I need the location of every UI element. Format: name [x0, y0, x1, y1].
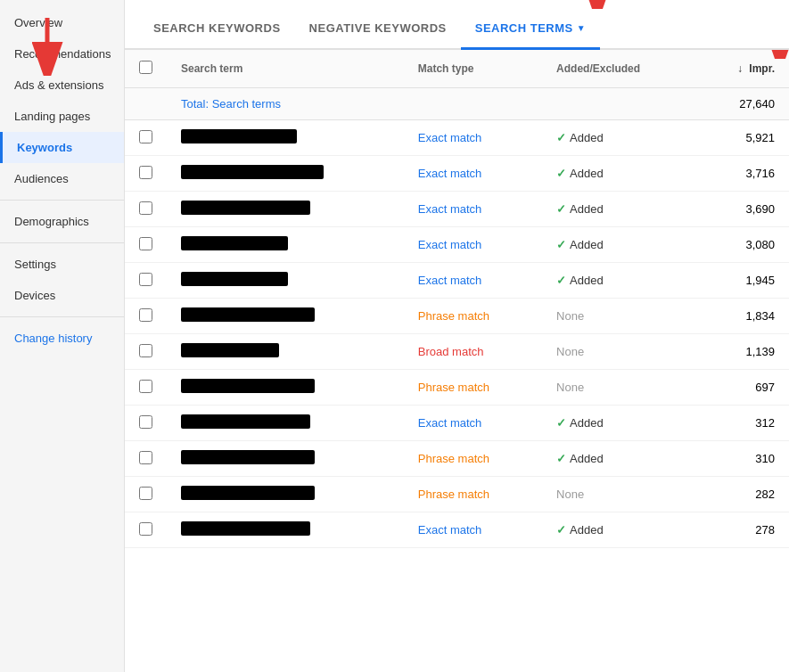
row-checkbox-cell [125, 512, 167, 548]
row-checkbox[interactable] [139, 237, 152, 250]
search-terms-table: Search term Match type Added/Excluded [125, 50, 789, 548]
row-match-type: Phrase match [404, 441, 542, 477]
table-row: Broad matchNone1,139 [125, 334, 789, 370]
sidebar-item-demographics[interactable]: Demographics [0, 206, 124, 237]
sidebar-item-ads-extensions[interactable]: Ads & extensions [0, 70, 124, 101]
row-added-excluded: ✓ Added [542, 441, 697, 477]
row-impr: 697 [698, 370, 790, 406]
row-checkbox-cell [125, 299, 167, 334]
table-row: Exact match✓ Added5,921 [125, 120, 789, 156]
main-content: SEARCH KEYWORDS NEGATIVE KEYWORDS SEARCH… [125, 0, 789, 672]
row-checkbox[interactable] [139, 344, 152, 357]
red-arrow-search-terms [562, 0, 633, 9]
row-checkbox-cell [125, 227, 167, 263]
total-added-cell [542, 88, 697, 120]
select-all-checkbox[interactable] [139, 61, 152, 74]
header-impr[interactable]: ↓ Impr. [698, 50, 790, 88]
table-row: Phrase matchNone282 [125, 477, 789, 512]
tab-negative-keywords[interactable]: NEGATIVE KEYWORDS [295, 7, 461, 50]
total-checkbox-cell [125, 88, 167, 120]
table-area: Search term Match type Added/Excluded [125, 50, 789, 672]
row-match-type: Phrase match [404, 370, 542, 406]
row-match-type: Phrase match [404, 477, 542, 512]
header-checkbox[interactable] [125, 50, 167, 88]
row-impr: 1,834 [698, 299, 790, 334]
row-impr: 310 [698, 441, 790, 477]
row-added-excluded: ✓ Added [542, 156, 697, 192]
row-checkbox-cell [125, 263, 167, 299]
sidebar-item-keywords[interactable]: Keywords [0, 132, 124, 163]
row-checkbox[interactable] [139, 273, 152, 286]
row-match-type: Exact match [404, 263, 542, 299]
row-checkbox[interactable] [139, 487, 152, 500]
row-checkbox-cell [125, 334, 167, 370]
row-checkbox[interactable] [139, 380, 152, 393]
row-added-excluded: ✓ Added [542, 192, 697, 227]
sidebar-divider [0, 200, 124, 201]
sidebar-item-change-history[interactable]: Change history [0, 323, 124, 354]
row-checkbox[interactable] [139, 415, 152, 429]
table-row: Exact match✓ Added312 [125, 406, 789, 441]
row-search-term [167, 156, 404, 192]
row-added-excluded: None [542, 299, 697, 334]
row-checkbox[interactable] [139, 522, 152, 536]
row-added-excluded: None [542, 370, 697, 406]
row-checkbox[interactable] [139, 451, 152, 464]
row-checkbox[interactable] [139, 130, 152, 143]
row-checkbox-cell [125, 406, 167, 441]
row-impr: 3,690 [698, 192, 790, 227]
row-search-term [167, 120, 404, 156]
row-search-term [167, 441, 404, 477]
total-label-cell: Total: Search terms [167, 88, 404, 120]
tab-dropdown-icon: ▼ [577, 23, 586, 33]
row-search-term [167, 512, 404, 548]
total-match-cell [404, 88, 542, 120]
sidebar-item-devices[interactable]: Devices [0, 280, 124, 311]
sidebar-divider-2 [0, 242, 124, 243]
row-checkbox-cell [125, 477, 167, 512]
row-added-excluded: ✓ Added [542, 406, 697, 441]
row-impr: 278 [698, 512, 790, 548]
row-match-type: Exact match [404, 156, 542, 192]
row-added-excluded: ✓ Added [542, 227, 697, 263]
row-search-term [167, 370, 404, 406]
row-added-excluded: None [542, 477, 697, 512]
tab-search-keywords[interactable]: SEARCH KEYWORDS [139, 7, 295, 50]
row-search-term [167, 299, 404, 334]
row-impr: 282 [698, 477, 790, 512]
row-search-term [167, 263, 404, 299]
row-checkbox[interactable] [139, 308, 152, 322]
sidebar-item-settings[interactable]: Settings [0, 249, 124, 280]
sort-icon: ↓ [737, 62, 743, 75]
table-header-row: Search term Match type Added/Excluded [125, 50, 789, 88]
row-match-type: Exact match [404, 227, 542, 263]
row-added-excluded: None [542, 334, 697, 370]
row-search-term [167, 406, 404, 441]
row-checkbox-cell [125, 156, 167, 192]
row-added-excluded: ✓ Added [542, 120, 697, 156]
row-match-type: Exact match [404, 406, 542, 441]
sidebar-divider-3 [0, 316, 124, 317]
table-row: Exact match✓ Added278 [125, 512, 789, 548]
header-added-excluded: Added/Excluded [542, 50, 697, 88]
red-arrow-impr [753, 50, 789, 59]
sidebar-item-audiences[interactable]: Audiences [0, 163, 124, 194]
table-row: Phrase matchNone1,834 [125, 299, 789, 334]
tab-search-terms[interactable]: SEARCH TERMS ▼ [461, 7, 600, 50]
header-match-type: Match type [404, 50, 542, 88]
total-impr-cell: 27,640 [698, 88, 790, 120]
row-match-type: Exact match [404, 192, 542, 227]
row-search-term [167, 227, 404, 263]
row-checkbox-cell [125, 370, 167, 406]
row-impr: 3,080 [698, 227, 790, 263]
table-row: Exact match✓ Added3,080 [125, 227, 789, 263]
sidebar-item-landing-pages[interactable]: Landing pages [0, 101, 124, 132]
row-impr: 1,139 [698, 334, 790, 370]
row-added-excluded: ✓ Added [542, 263, 697, 299]
header-search-term: Search term [167, 50, 404, 88]
row-checkbox[interactable] [139, 201, 152, 215]
row-impr: 3,716 [698, 156, 790, 192]
tabs-bar: SEARCH KEYWORDS NEGATIVE KEYWORDS SEARCH… [125, 0, 789, 50]
sidebar: Overview Recommendations Ads & extension… [0, 0, 125, 672]
row-checkbox[interactable] [139, 166, 152, 179]
